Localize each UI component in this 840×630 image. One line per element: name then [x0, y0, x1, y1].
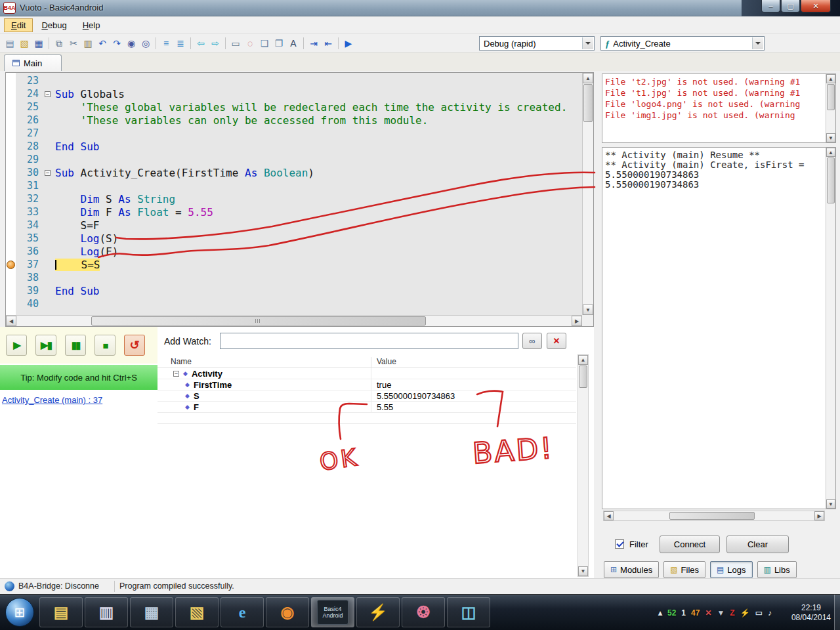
code-line-27[interactable]: 27 — [16, 127, 582, 140]
minimize-button[interactable]: – — [761, 0, 780, 12]
code-line-29[interactable]: 29 — [16, 153, 582, 166]
code-editor[interactable]: 2324−Sub Globals25 'These global variabl… — [5, 72, 594, 327]
step-button[interactable]: ▶▮ — [35, 335, 56, 356]
run-button[interactable]: ▶ — [6, 335, 27, 356]
scrollbar-thumb[interactable] — [827, 158, 835, 203]
current-position-link[interactable]: Activity_Create (main) : 37 — [2, 395, 102, 405]
watch-row-firsttime[interactable]: ◆FirstTimetrue — [158, 379, 576, 390]
scrollbar-thumb[interactable] — [583, 84, 593, 122]
menu-help[interactable]: Help — [75, 18, 108, 32]
menu-debug[interactable]: Debug — [34, 18, 74, 32]
maximize-button[interactable]: ▢ — [781, 0, 800, 12]
new-file-icon[interactable]: ▤ — [3, 36, 17, 51]
scrollbar-thumb[interactable] — [91, 316, 426, 326]
stop-button[interactable]: ■ — [94, 335, 116, 356]
navigate-forward-icon[interactable]: ⇨ — [208, 36, 222, 51]
code-line-35[interactable]: 35 Log(S) — [16, 232, 582, 245]
redo-icon[interactable]: ↷ — [110, 36, 124, 51]
comment-icon[interactable]: ❏ — [257, 36, 272, 51]
scrollbar-thumb[interactable] — [579, 366, 587, 388]
code-line-39[interactable]: 39End Sub — [16, 284, 582, 297]
watch-scrollbar[interactable]: ▲ ▼ — [578, 354, 589, 577]
tray-bridge[interactable]: ⚡ — [740, 608, 750, 618]
taskbar-photo-viewer[interactable]: ◫ — [447, 597, 490, 627]
tray-hidden-icons[interactable]: ▴ — [658, 608, 662, 618]
tray-action-center[interactable]: ✕ — [705, 608, 711, 618]
scroll-down-icon[interactable]: ▼ — [578, 566, 588, 576]
scroll-up-icon[interactable]: ▲ — [578, 355, 588, 365]
tab-modules[interactable]: ⊞Modules — [604, 561, 659, 578]
editor-horizontal-scrollbar[interactable]: ◀ ▶ — [6, 315, 582, 326]
debug-mode-select[interactable]: Debug (rapid) — [479, 36, 595, 51]
chevron-down-icon[interactable] — [752, 37, 763, 49]
taskbar-internet-explorer[interactable]: e — [220, 597, 264, 627]
start-button[interactable]: ⊞ — [5, 598, 34, 627]
code-line-33[interactable]: 33 Dim F As Float = 5.55 — [16, 205, 582, 219]
cut-icon[interactable]: ✂ — [66, 36, 81, 51]
code-line-24[interactable]: 24−Sub Globals — [16, 87, 582, 100]
code-line-37[interactable]: 37 S=S — [16, 258, 582, 271]
undo-icon[interactable]: ↶ — [95, 36, 110, 51]
save-file-icon[interactable]: ▦ — [32, 36, 46, 51]
scroll-down-icon[interactable]: ▼ — [826, 133, 835, 142]
run-icon[interactable]: ▶ — [341, 36, 356, 51]
taskbar-calculator[interactable]: ▦ — [130, 597, 173, 627]
menu-edit[interactable]: Edit — [4, 18, 33, 32]
code-line-34[interactable]: 34 S=F — [16, 219, 582, 232]
add-watch-input[interactable] — [220, 333, 518, 349]
tray-volume[interactable]: ♪ — [768, 608, 772, 618]
warnings-scrollbar[interactable]: ▲ ▼ — [826, 74, 835, 142]
paste-icon[interactable]: ▥ — [81, 36, 95, 51]
editor-vertical-scrollbar[interactable]: ▲ ▼ — [582, 73, 593, 315]
scroll-left-icon[interactable]: ◀ — [604, 511, 614, 520]
collapse-icon[interactable]: − — [45, 170, 51, 176]
tray-antivirus[interactable]: Z — [730, 608, 734, 618]
expander-icon[interactable]: − — [173, 371, 179, 377]
sort-ascending-icon[interactable]: ≡ — [159, 36, 173, 51]
open-file-icon[interactable]: ▧ — [17, 36, 32, 51]
code-line-31[interactable]: 31 — [16, 179, 582, 192]
tray-meter-orange[interactable]: 47 — [691, 608, 700, 618]
tab-logs[interactable]: ▤Logs — [710, 561, 753, 578]
code-line-40[interactable]: 40 — [16, 297, 582, 310]
tab-files[interactable]: ▧Files — [663, 561, 705, 578]
scroll-down-icon[interactable]: ▼ — [583, 304, 593, 315]
close-button[interactable]: ✕ — [801, 0, 831, 12]
navigate-back-icon[interactable]: ⇦ — [194, 36, 208, 51]
breakpoint-margin[interactable] — [6, 73, 16, 315]
uncomment-icon[interactable]: ❐ — [272, 36, 286, 51]
indent-icon[interactable]: ⇥ — [306, 36, 321, 51]
code-line-25[interactable]: 25 'These global variables will be redec… — [16, 100, 582, 114]
chevron-down-icon[interactable] — [582, 37, 593, 49]
module-select[interactable]: ƒ Activity_Create — [600, 36, 765, 51]
tray-meter-green[interactable]: 52 — [667, 608, 676, 618]
scroll-up-icon[interactable]: ▲ — [826, 148, 835, 157]
copy-icon[interactable]: ⧉ — [52, 36, 66, 51]
remove-watch-button[interactable]: ✕ — [547, 333, 566, 349]
scrollbar-thumb[interactable] — [827, 84, 835, 110]
pause-button[interactable]: ▮▮ — [65, 335, 86, 356]
clear-button[interactable]: Clear — [726, 536, 789, 553]
scroll-right-icon[interactable]: ▶ — [814, 511, 824, 520]
taskbar-firefox[interactable]: ◉ — [266, 597, 309, 627]
watch-row-s[interactable]: ◆S5.550000190734863 — [158, 390, 576, 402]
code-line-38[interactable]: 38 — [16, 271, 582, 284]
collapse-icon[interactable]: − — [45, 91, 51, 97]
taskbar-folder[interactable]: ▧ — [175, 597, 219, 627]
tray-update[interactable]: ▼ — [717, 608, 724, 618]
log-horizontal-scrollbar[interactable]: ◀ ▶ — [603, 511, 825, 521]
log-scrollbar[interactable]: ▲ ▼ — [826, 148, 835, 509]
code-line-28[interactable]: 28End Sub — [16, 140, 582, 153]
tray-meter-white[interactable]: 1 — [681, 608, 686, 618]
scrollbar-thumb[interactable] — [669, 512, 755, 520]
find-next-icon[interactable]: ◎ — [138, 36, 153, 51]
filter-checkbox[interactable] — [615, 539, 624, 549]
scroll-up-icon[interactable]: ▲ — [583, 73, 593, 83]
connect-button[interactable]: Connect — [660, 536, 720, 553]
outdent-icon[interactable]: ⇤ — [321, 36, 335, 51]
taskbar-basic4android[interactable]: Basic4Android — [311, 597, 354, 627]
taskbar-libraries[interactable]: ▤ — [39, 597, 83, 627]
taskbar-paint[interactable]: ❂ — [402, 597, 445, 627]
show-desktop-button[interactable] — [834, 595, 840, 630]
fold-toggle[interactable]: − — [45, 91, 55, 97]
